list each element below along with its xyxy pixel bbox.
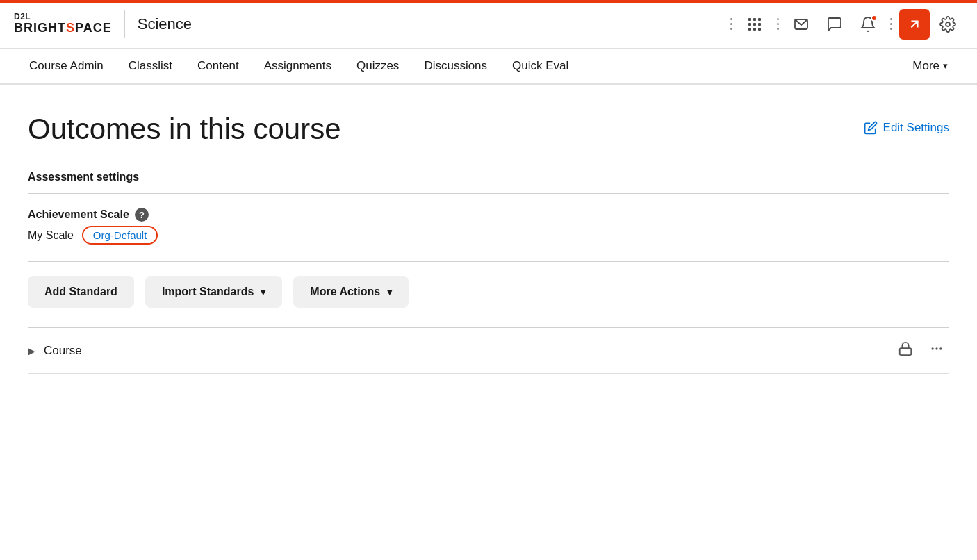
more-actions-button[interactable]: More Actions ▾	[293, 276, 409, 308]
dots-divider-3	[886, 18, 896, 30]
page-header: Outcomes in this course Edit Settings	[28, 113, 949, 146]
nav-item-quizzes[interactable]: Quizzes	[344, 49, 411, 85]
logo-area: D2L BRIGHTSPACE	[14, 13, 112, 35]
svg-point-10	[946, 22, 950, 26]
bell-icon-btn[interactable]	[853, 9, 883, 40]
more-actions-chevron-icon: ▾	[387, 286, 392, 297]
svg-rect-6	[748, 28, 751, 31]
nav-item-content[interactable]: Content	[185, 49, 252, 85]
svg-rect-11	[900, 348, 912, 355]
settings-icon-btn[interactable]	[933, 9, 963, 40]
import-standards-button[interactable]: Import Standards ▾	[145, 276, 282, 308]
scale-row: My Scale Org-Default	[28, 226, 949, 245]
grid-icon	[746, 16, 763, 33]
svg-rect-1	[753, 18, 756, 21]
achievement-scale-label: Achievement Scale ?	[28, 208, 949, 222]
org-default-badge[interactable]: Org-Default	[82, 226, 158, 245]
dots-divider-2	[773, 18, 783, 30]
course-row-more-btn[interactable]	[924, 339, 949, 362]
page-title: Outcomes in this course	[28, 113, 341, 146]
course-row: ▶ Course	[28, 328, 949, 374]
logo: D2L BRIGHTSPACE	[14, 13, 112, 35]
nav-item-more[interactable]: More ▾	[900, 49, 960, 85]
svg-rect-3	[748, 23, 751, 26]
course-row-label: Course	[44, 344, 82, 358]
buttons-divider	[28, 261, 949, 262]
section-divider	[28, 193, 949, 194]
chevron-down-icon: ▾	[943, 60, 948, 71]
pencil-icon	[864, 121, 878, 135]
mail-icon-btn[interactable]	[786, 9, 816, 40]
dots-divider-1	[726, 18, 737, 30]
svg-rect-0	[748, 18, 751, 21]
nav-item-quick-eval[interactable]: Quick Eval	[500, 49, 581, 85]
svg-point-14	[939, 347, 942, 349]
achievement-scale-row: Achievement Scale ? My Scale Org-Default	[28, 208, 949, 245]
external-link-icon	[907, 17, 922, 32]
course-row-right	[898, 339, 949, 362]
svg-point-12	[932, 347, 934, 349]
svg-point-13	[935, 347, 937, 349]
nav-item-assignments[interactable]: Assignments	[252, 49, 344, 85]
edit-settings-link[interactable]: Edit Settings	[864, 121, 949, 135]
svg-rect-8	[758, 28, 761, 31]
import-chevron-icon: ▾	[261, 286, 265, 297]
help-icon[interactable]: ?	[135, 208, 149, 222]
svg-rect-7	[753, 28, 756, 31]
action-buttons: Add Standard Import Standards ▾ More Act…	[28, 276, 949, 308]
main-content: Outcomes in this course Edit Settings As…	[0, 85, 977, 374]
chat-icon	[826, 16, 843, 33]
nav-item-discussions[interactable]: Discussions	[411, 49, 500, 85]
nav-item-classlist[interactable]: Classlist	[116, 49, 185, 85]
nav-item-course-admin[interactable]: Course Admin	[17, 49, 116, 85]
add-standard-button[interactable]: Add Standard	[28, 276, 134, 308]
svg-rect-2	[758, 18, 761, 21]
topbar-right	[726, 9, 963, 40]
course-row-left[interactable]: ▶ Course	[28, 344, 82, 358]
three-dots-icon	[930, 342, 944, 356]
course-expand-icon: ▶	[28, 345, 35, 356]
notification-dot	[871, 15, 878, 22]
topbar: D2L BRIGHTSPACE Science	[0, 0, 977, 49]
assessment-section-label: Assessment settings	[28, 171, 949, 183]
svg-rect-5	[758, 23, 761, 26]
navbar: Course Admin Classlist Content Assignmen…	[0, 49, 977, 85]
grid-icon-btn[interactable]	[739, 9, 770, 40]
course-name: Science	[138, 15, 192, 33]
active-tool-btn[interactable]	[899, 9, 930, 40]
mail-icon	[793, 16, 810, 33]
settings-icon	[939, 16, 956, 33]
svg-rect-4	[753, 23, 756, 26]
my-scale-label: My Scale	[28, 229, 74, 242]
chat-icon-btn[interactable]	[819, 9, 850, 40]
lock-icon	[898, 341, 913, 360]
header-divider	[124, 10, 125, 38]
